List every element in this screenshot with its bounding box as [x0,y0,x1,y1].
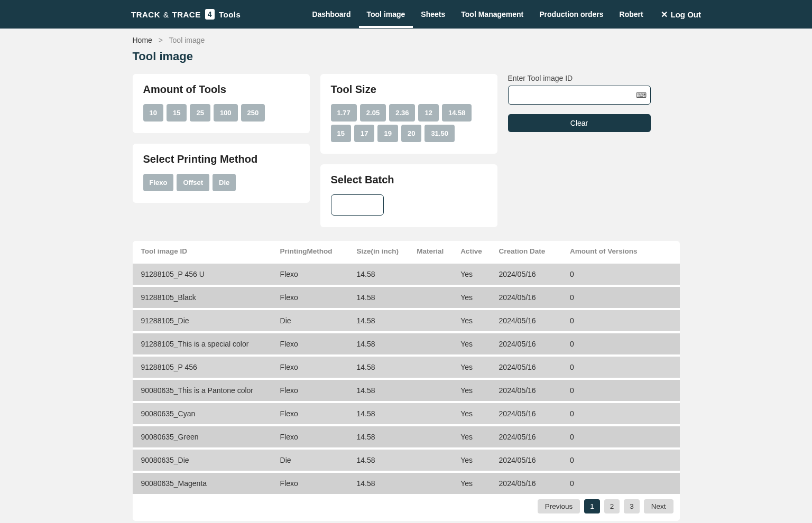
batch-input[interactable] [331,194,384,216]
cell-method: Die [275,449,352,472]
nav-tool-management[interactable]: Tool Management [453,1,531,28]
breadcrumb-sep: > [159,36,163,44]
cell-size: 14.58 [351,425,411,449]
table-row[interactable]: 91288105_P 456 UFlexo14.58Yes2024/05/160 [133,263,680,286]
logout-button[interactable]: ✕ Log Out [661,10,701,20]
cell-active: Yes [455,263,493,286]
cell-size: 14.58 [351,379,411,402]
amount-chip-250[interactable]: 250 [241,104,265,122]
th-size[interactable]: Size(in inch) [351,241,411,263]
th-id[interactable]: Tool image ID [133,241,275,263]
table-row[interactable]: 91288105_DieDie14.58Yes2024/05/160 [133,309,680,332]
clear-button[interactable]: Clear [508,114,651,132]
amount-chip-10[interactable]: 10 [143,104,163,122]
topbar: TRACK&TRACE 4 Tools Dashboard Tool image… [0,0,812,29]
amount-chip-25[interactable]: 25 [190,104,210,122]
cell-size: 14.58 [351,309,411,332]
nav-production-orders[interactable]: Production orders [531,1,611,28]
cell-active: Yes [455,379,493,402]
size-chip-19[interactable]: 19 [377,125,398,142]
cell-material [411,332,455,356]
cell-active: Yes [455,309,493,332]
breadcrumb-home[interactable]: Home [133,36,152,44]
logo-text-left: TRACK [131,10,160,19]
table-row[interactable]: 91288105_This is a special colorFlexo14.… [133,332,680,356]
cell-active: Yes [455,332,493,356]
size-chip-1-77[interactable]: 1.77 [331,104,357,122]
table-row[interactable]: 90080635_CyanFlexo14.58Yes2024/05/160 [133,402,680,425]
breadcrumb: Home > Tool image [133,36,680,44]
th-material[interactable]: Material [411,241,455,263]
cell-material [411,402,455,425]
cell-material [411,356,455,379]
method-chip-Flexo[interactable]: Flexo [143,174,174,191]
cell-date: 2024/05/16 [494,356,565,379]
size-chip-2-36[interactable]: 2.36 [389,104,415,122]
size-chip-14-58[interactable]: 14.58 [442,104,472,122]
size-chip-20[interactable]: 20 [401,125,421,142]
table-row[interactable]: 91288105_BlackFlexo14.58Yes2024/05/160 [133,286,680,309]
cell-material [411,449,455,472]
th-date[interactable]: Creation Date [494,241,565,263]
table-row[interactable]: 90080635_MagentaFlexo14.58Yes2024/05/160 [133,472,680,494]
size-chip-12[interactable]: 12 [418,104,438,122]
table-row[interactable]: 91288105_P 456Flexo14.58Yes2024/05/160 [133,356,680,379]
cell-method: Flexo [275,402,352,425]
amount-chip-15[interactable]: 15 [167,104,187,122]
tool-id-input[interactable] [508,86,651,105]
cell-method: Flexo [275,286,352,309]
cell-active: Yes [455,425,493,449]
app-logo: TRACK&TRACE 4 Tools [131,9,241,20]
cell-id: 91288105_Die [133,309,275,332]
logo-amp: & [163,10,169,19]
cell-method: Flexo [275,472,352,494]
cell-versions: 0 [565,286,679,309]
method-chip-Die[interactable]: Die [213,174,236,191]
cell-active: Yes [455,472,493,494]
nav-tool-image[interactable]: Tool image [359,1,413,28]
cell-date: 2024/05/16 [494,472,565,494]
th-versions[interactable]: Amount of Versions [565,241,679,263]
cell-id: 91288105_P 456 U [133,263,275,286]
cell-versions: 0 [565,449,679,472]
results-table-wrap: Tool image ID PrintingMethod Size(in inc… [133,241,680,521]
cell-id: 90080635_Die [133,449,275,472]
cell-date: 2024/05/16 [494,425,565,449]
cell-versions: 0 [565,402,679,425]
cell-material [411,286,455,309]
method-title: Select Printing Method [143,153,299,165]
size-chip-31-50[interactable]: 31.50 [425,125,455,142]
cell-date: 2024/05/16 [494,449,565,472]
size-chip-17[interactable]: 17 [354,125,374,142]
table-row[interactable]: 90080635_GreenFlexo14.58Yes2024/05/160 [133,425,680,449]
size-chip-15[interactable]: 15 [331,125,351,142]
cell-method: Die [275,309,352,332]
nav-dashboard[interactable]: Dashboard [304,1,358,28]
cell-method: Flexo [275,425,352,449]
page-next[interactable]: Next [644,499,673,513]
page-3[interactable]: 3 [624,499,640,513]
nav-sheets[interactable]: Sheets [413,1,453,28]
amount-chip-100[interactable]: 100 [214,104,238,122]
page-1[interactable]: 1 [584,499,600,513]
cell-size: 14.58 [351,356,411,379]
logo-box: 4 [205,9,215,20]
nav-robert[interactable]: Robert [612,1,651,28]
th-method[interactable]: PrintingMethod [275,241,352,263]
cell-date: 2024/05/16 [494,402,565,425]
cell-id: 90080635_Cyan [133,402,275,425]
cell-id: 91288105_This is a special color [133,332,275,356]
size-chip-2-05[interactable]: 2.05 [360,104,386,122]
batch-card: Select Batch [320,164,497,227]
table-row[interactable]: 90080635_This is a Pantone colorFlexo14.… [133,379,680,402]
cell-size: 14.58 [351,472,411,494]
close-icon: ✕ [661,10,668,20]
table-row[interactable]: 90080635_DieDie14.58Yes2024/05/160 [133,449,680,472]
page-2[interactable]: 2 [604,499,620,513]
results-table: Tool image ID PrintingMethod Size(in inc… [133,241,680,494]
amount-card: Amount of Tools 101525100250 [133,74,310,133]
logo-text-mid: TRACE [172,10,201,19]
page-prev[interactable]: Previous [538,499,580,513]
th-active[interactable]: Active [455,241,493,263]
method-chip-Offset[interactable]: Offset [177,174,209,191]
